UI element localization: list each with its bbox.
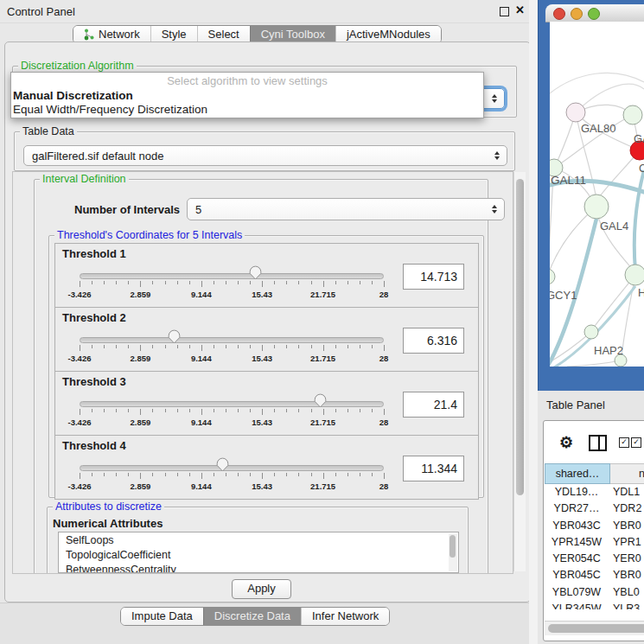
slider-tick xyxy=(250,409,251,412)
network-node[interactable] xyxy=(625,265,644,285)
threshold-slider[interactable]: -3.4262.8599.14415.4321.71528 xyxy=(80,394,384,429)
cell-name[interactable]: YPR1 xyxy=(609,534,644,551)
table-row[interactable]: YLR345WYLR3 xyxy=(545,601,644,609)
minimize-traffic-light-icon[interactable] xyxy=(571,8,583,20)
threshold-value-field[interactable]: 6.316 xyxy=(403,328,464,354)
slider-tick xyxy=(372,409,373,412)
slider-tick xyxy=(372,281,373,284)
float-window-icon[interactable] xyxy=(500,7,509,16)
list-scrollbar[interactable] xyxy=(449,533,457,571)
tab-jactivemnodules[interactable]: jActiveMNodules xyxy=(335,26,441,43)
column-header-name[interactable]: n xyxy=(610,463,644,484)
table-row[interactable]: YDR27…YDR2 xyxy=(545,501,644,517)
scrollbar-thumb[interactable] xyxy=(516,179,524,495)
slider-tick xyxy=(128,345,129,348)
checkbox-icon[interactable]: ✓ xyxy=(631,437,641,448)
cell-name[interactable]: YBR0 xyxy=(609,567,644,583)
cell-shared-name[interactable]: YDL19… xyxy=(545,484,609,501)
number-of-intervals-combobox[interactable]: 5 xyxy=(187,198,505,220)
table-data-combobox[interactable]: galFiltered.sif default node xyxy=(23,145,507,166)
network-node[interactable] xyxy=(623,105,642,124)
tab-network[interactable]: Network xyxy=(73,26,150,43)
dropdown-option-equal-width[interactable]: Equal Width/Frequency Discretization xyxy=(13,103,207,116)
table-panel-title: Table Panel xyxy=(546,399,605,411)
network-node[interactable] xyxy=(550,269,555,284)
panel-divider[interactable] xyxy=(529,0,538,644)
cell-name[interactable]: YDL1 xyxy=(609,484,644,501)
threshold-value-field[interactable]: 21.4 xyxy=(403,392,464,418)
slider-tick xyxy=(274,281,275,284)
number-of-intervals-label: Number of Intervals xyxy=(74,203,180,216)
cell-name[interactable]: YLR3 xyxy=(609,601,644,609)
threshold-slider[interactable]: -3.4262.8599.14415.4321.71528 xyxy=(80,458,384,493)
table-row[interactable]: YPR145WYPR1 xyxy=(545,534,644,551)
attribute-list-item[interactable]: TopologicalCoefficient xyxy=(59,547,458,562)
slider-tick xyxy=(152,281,153,284)
slider-tick xyxy=(92,345,92,348)
table-row[interactable]: YBR045CYBR0 xyxy=(545,567,644,583)
slider-track[interactable] xyxy=(80,465,384,471)
network-node[interactable] xyxy=(566,103,585,122)
gear-icon[interactable]: ⚙ xyxy=(559,433,573,452)
node-label: H xyxy=(638,286,644,299)
threshold-slider[interactable]: -3.4262.8599.14415.4321.71528 xyxy=(80,330,384,365)
dropdown-option-manual[interactable]: Manual Discretization xyxy=(13,89,133,102)
column-header-shared-name[interactable]: shared… xyxy=(545,463,610,484)
numerical-attributes-list[interactable]: SelfLoopsTopologicalCoefficientBetweenne… xyxy=(58,532,459,573)
slider-tick-label: -3.426 xyxy=(68,290,92,299)
algorithm-dropdown-popup: Select algorithm to view settings Manual… xyxy=(10,72,484,118)
cell-name[interactable]: YER0 xyxy=(609,551,644,567)
slider-track[interactable] xyxy=(80,273,384,279)
cell-shared-name[interactable]: YBR045C xyxy=(545,567,609,583)
cell-shared-name[interactable]: YLR345W xyxy=(545,601,609,609)
panel-scrollbar[interactable] xyxy=(513,172,526,571)
cell-shared-name[interactable]: YBR043C xyxy=(545,518,609,534)
slider-ticks xyxy=(80,345,384,352)
zoom-traffic-light-icon[interactable] xyxy=(588,8,600,20)
attribute-list-item[interactable]: SelfLoops xyxy=(59,532,458,547)
slider-tick xyxy=(201,473,202,479)
slider-track[interactable] xyxy=(80,337,384,343)
slider-thumb[interactable] xyxy=(168,329,181,344)
scrollbar-thumb[interactable] xyxy=(548,624,644,633)
table-horizontal-scrollbar[interactable] xyxy=(545,621,644,635)
cell-name[interactable]: YBL0 xyxy=(609,584,644,601)
checkbox-icon[interactable]: ✓ xyxy=(619,437,629,448)
table-header-row: shared… n xyxy=(545,463,644,484)
cell-shared-name[interactable]: YER054C xyxy=(545,551,609,567)
network-node[interactable] xyxy=(584,325,598,339)
node-label: GCY1 xyxy=(550,289,577,302)
table-row[interactable]: YBR043CYBR0 xyxy=(545,518,644,534)
table-row[interactable]: YER054CYER0 xyxy=(545,551,644,567)
slider-thumb[interactable] xyxy=(249,265,262,280)
slider-thumb[interactable] xyxy=(314,393,327,408)
threshold-value-field[interactable]: 14.713 xyxy=(403,264,464,290)
scrollbar-thumb[interactable] xyxy=(450,535,456,558)
network-window-titlebar[interactable] xyxy=(545,4,644,22)
close-traffic-light-icon[interactable] xyxy=(553,8,565,20)
attribute-list-item[interactable]: BetweennessCentrality xyxy=(59,562,458,573)
threshold-value-field[interactable]: 11.344 xyxy=(403,456,464,481)
cell-shared-name[interactable]: YPR145W xyxy=(545,534,609,551)
threshold-slider[interactable]: -3.4262.8599.14415.4321.71528 xyxy=(80,266,384,301)
slider-tick-label: 2.859 xyxy=(131,354,151,363)
cell-shared-name[interactable]: YBL079W xyxy=(545,584,609,601)
network-canvas[interactable]: GAL80GAGAL11CGAL4GCY1HHAP2 xyxy=(550,22,644,367)
cell-name[interactable]: YDR2 xyxy=(609,501,644,517)
tab-infer-network[interactable]: Infer Network xyxy=(301,608,389,625)
split-columns-icon[interactable] xyxy=(589,435,607,451)
network-node[interactable] xyxy=(584,194,609,219)
slider-thumb[interactable] xyxy=(216,457,229,472)
apply-button[interactable]: Apply xyxy=(232,579,291,599)
tab-cyni-toolbox[interactable]: Cyni Toolbox xyxy=(250,26,335,43)
close-icon[interactable]: ✕ xyxy=(515,3,525,16)
table-row[interactable]: YDL19…YDL1 xyxy=(545,484,644,501)
tab-style[interactable]: Style xyxy=(150,26,197,43)
tab-select[interactable]: Select xyxy=(197,26,250,43)
tab-discretize-data[interactable]: Discretize Data xyxy=(203,608,301,625)
cell-name[interactable]: YBR0 xyxy=(609,518,644,534)
slider-track[interactable] xyxy=(80,401,384,407)
tab-impute-data[interactable]: Impute Data xyxy=(121,608,203,625)
cell-shared-name[interactable]: YDR27… xyxy=(545,501,609,517)
table-row[interactable]: YBL079WYBL0 xyxy=(545,584,644,601)
